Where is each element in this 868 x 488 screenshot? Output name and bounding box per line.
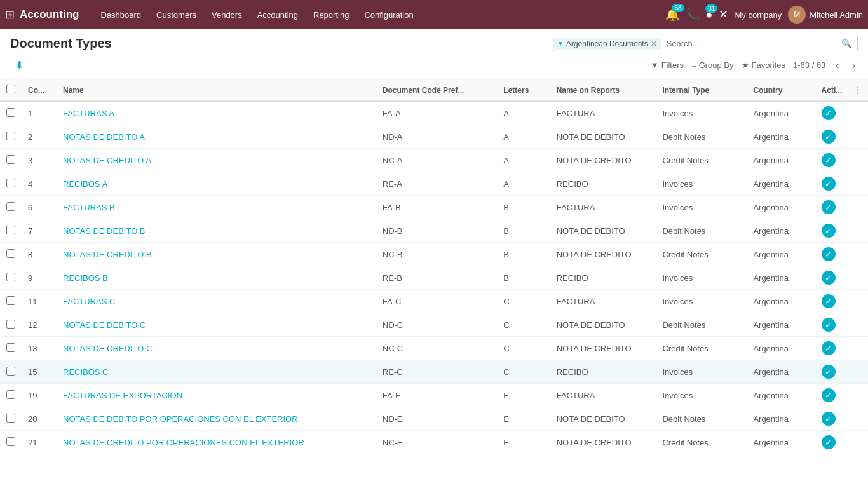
table-row: 21NOTAS DE CREDITO POR OPERACIONES CON E… [0,431,868,454]
cell-name[interactable]: RECIBOS A [57,172,376,196]
active-indicator[interactable]: ✓ [822,341,836,355]
groupby-button[interactable]: ≡ Group By [691,60,734,70]
cell-action[interactable]: ✓ [815,266,868,290]
search-input[interactable] [661,36,836,51]
cell-action[interactable]: ✓ [815,125,868,149]
cell-name[interactable]: FACTURAS DE EXPORTACION [57,384,376,407]
download-button[interactable]: ⬇ [10,57,29,74]
active-indicator[interactable]: ✓ [822,247,836,261]
cell-action[interactable]: ✓ [815,101,868,125]
row-checkbox[interactable] [6,273,15,281]
th-doc-code[interactable]: Document Code Pref... [376,79,498,101]
th-action[interactable]: Acti... ⋮ [815,79,868,101]
nav-item-configuration[interactable]: Configuration [358,6,419,24]
column-more-icon[interactable]: ⋮ [854,86,862,95]
row-checkbox[interactable] [6,155,15,164]
nav-item-reporting[interactable]: Reporting [307,6,355,24]
nav-item-customers[interactable]: Customers [150,6,203,24]
pagination-prev-button[interactable]: ‹ [833,58,841,72]
active-indicator[interactable]: ✓ [822,153,836,167]
cell-action[interactable]: ✓ [815,384,868,407]
cell-name[interactable]: NOTAS DE DEBITO C [57,313,376,337]
cell-doc-code: RE-A [376,172,498,196]
active-indicator[interactable]: ✓ [822,459,836,459]
cell-name[interactable]: NOTAS DE CREDITO C [57,337,376,360]
row-checkbox[interactable] [6,296,15,305]
active-indicator[interactable]: ✓ [822,318,836,332]
phone-icon[interactable]: 📞 [686,8,700,22]
search-button[interactable]: 🔍 [836,36,857,51]
active-indicator[interactable]: ✓ [822,106,836,120]
select-all-checkbox[interactable] [6,85,15,93]
th-name[interactable]: Name [57,79,376,101]
th-letters[interactable]: Letters [497,79,550,101]
cell-action[interactable]: ✓ [815,313,868,337]
cell-action[interactable]: ✓ [815,149,868,172]
cell-name[interactable]: FACTURAS A [57,101,376,125]
row-checkbox[interactable] [6,414,15,423]
cell-action[interactable]: ✓ [815,196,868,219]
nav-item-dashboard[interactable]: Dashboard [95,6,148,24]
cell-name[interactable]: RECIBOS B [57,266,376,290]
row-checkbox[interactable] [6,132,15,140]
row-checkbox[interactable] [6,437,15,446]
cell-name[interactable]: FACTURAS B [57,196,376,219]
row-checkbox[interactable] [6,108,15,117]
cell-action[interactable]: ✓ [815,431,868,454]
filters-button[interactable]: ▼ Filters [651,60,684,70]
company-name[interactable]: My company [735,10,782,20]
cell-action[interactable]: ✓ [815,337,868,360]
cell-action[interactable]: ✓ [815,407,868,431]
nav-item-vendors[interactable]: Vendors [205,6,248,24]
cell-action[interactable]: ✓ [815,290,868,313]
active-indicator[interactable]: ✓ [822,435,836,449]
active-indicator[interactable]: ✓ [822,130,836,144]
pagination-next-button[interactable]: › [850,58,858,72]
row-checkbox[interactable] [6,179,15,187]
cell-name[interactable]: NOTAS DE CREDITO A [57,149,376,172]
cell-name[interactable]: NOTAS DE DEBITO B [57,219,376,243]
row-checkbox[interactable] [6,367,15,376]
notification-icon[interactable]: 🔔 58 [665,8,679,22]
cell-name[interactable]: NOTAS DE CREDITO POR OPERACIONES CON EL … [57,431,376,454]
row-checkbox[interactable] [6,343,15,352]
row-checkbox[interactable] [6,320,15,329]
th-name-reports[interactable]: Name on Reports [550,79,656,101]
row-checkbox[interactable] [6,226,15,234]
cell-action[interactable]: ✓ [815,454,868,460]
cell-action[interactable]: ✓ [815,360,868,384]
favorites-button[interactable]: ★ Favorites [742,60,785,70]
remove-filter-button[interactable]: ✕ [651,39,657,48]
cell-action[interactable]: ✓ [815,243,868,266]
cell-action[interactable]: ✓ [815,219,868,243]
th-internal-type[interactable]: Internal Type [656,79,747,101]
th-co[interactable]: Co... [22,79,57,101]
cell-name[interactable]: NOTAS DE CREDITO B [57,243,376,266]
grid-icon[interactable]: ⊞ [5,8,15,22]
active-indicator[interactable]: ✓ [822,200,836,214]
active-indicator[interactable]: ✓ [822,271,836,285]
row-checkbox[interactable] [6,249,15,258]
cell-name[interactable]: NOTAS DE DEBITO A [57,125,376,149]
search-filter-tag[interactable]: ▼ Argentinean Documents ✕ [553,38,661,50]
nav-item-accounting[interactable]: Accounting [251,6,304,24]
cell-name[interactable]: FACTURAS C [57,290,376,313]
th-select-all[interactable] [0,79,22,101]
cell-name[interactable]: NOTAS DE DEBITO POR OPERACIONES CON EL E… [57,407,376,431]
row-checkbox[interactable] [6,390,15,399]
cell-action[interactable]: ✓ [815,172,868,196]
active-indicator[interactable]: ✓ [822,412,836,426]
cell-name[interactable]: FACTURAS Y COMPROBANTES DEL EXTERIOR [57,454,376,460]
active-indicator[interactable]: ✓ [822,224,836,238]
tool-icon[interactable]: ✕ [719,8,728,22]
active-indicator[interactable]: ✓ [822,365,836,379]
th-country[interactable]: Country [747,79,815,101]
cell-name[interactable]: RECIBOS C [57,360,376,384]
user-menu[interactable]: M Mitchell Admin [788,6,863,24]
active-indicator[interactable]: ✓ [822,388,836,402]
active-indicator[interactable]: ✓ [822,177,836,191]
cell-letters: I [497,454,550,460]
activity-icon[interactable]: ● 31 [706,8,713,22]
row-checkbox[interactable] [6,202,15,211]
active-indicator[interactable]: ✓ [822,294,836,308]
